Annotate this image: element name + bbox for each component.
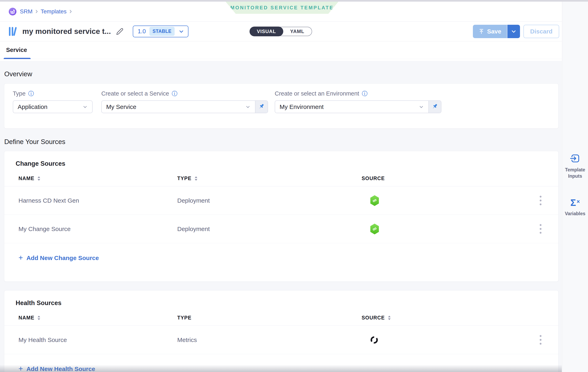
define-sources-heading: Define Your Sources [4, 138, 562, 146]
service-label: Create or select a Service [101, 90, 169, 97]
header-actions: Save Discard [473, 25, 559, 38]
right-rail: Template Inputs Σ× Variables [562, 2, 588, 372]
breadcrumb-link-templates[interactable]: Templates [41, 8, 67, 15]
table-row[interactable]: Harness CD Next Gen Deployment ∞ [4, 186, 558, 215]
chevron-right-icon: › [69, 8, 72, 16]
service-field: Create or select a Service ⓘ My Service [101, 90, 268, 122]
change-sources-title: Change Sources [16, 160, 558, 167]
column-header-name[interactable]: NAME [19, 175, 177, 181]
row-menu-button[interactable] [535, 222, 546, 236]
sort-icon [37, 315, 41, 320]
change-source-type: Deployment [177, 226, 362, 232]
environment-select[interactable]: My Environment [275, 101, 428, 113]
version-status-badge: STABLE [149, 27, 174, 36]
change-sources-header: NAME TYPE SOURCE [4, 175, 558, 186]
variables-button[interactable]: Σ× Variables [562, 197, 588, 217]
harness-cd-icon: ∞ [362, 223, 534, 235]
change-source-type: Deployment [177, 197, 362, 204]
type-label: Type [13, 90, 26, 97]
variables-icon: Σ× [570, 197, 580, 207]
column-header-name[interactable]: NAME [19, 315, 177, 321]
sort-icon [37, 176, 41, 181]
srm-logo-icon [9, 8, 17, 16]
pin-environment-button[interactable] [428, 101, 441, 113]
save-button[interactable]: Save [473, 25, 507, 38]
service-tab-content: Overview Type ⓘ Application [0, 61, 562, 372]
change-source-name: Harness CD Next Gen [19, 197, 177, 204]
sort-icon [388, 315, 391, 320]
overview-heading: Overview [4, 70, 562, 78]
pin-service-button[interactable] [255, 101, 268, 113]
harness-cd-icon: ∞ [362, 195, 534, 206]
tab-bar: Service [0, 41, 562, 59]
template-inputs-icon [570, 153, 580, 163]
page-title: my monitored service t... [22, 27, 111, 36]
chevron-right-icon: › [35, 8, 38, 16]
active-tab-underline [4, 58, 31, 59]
main-column: MONITORED SERVICE TEMPLATE SRM › Templat… [0, 2, 562, 372]
add-new-change-source-button[interactable]: + Add New Change Source [19, 254, 99, 262]
info-icon[interactable]: ⓘ [172, 91, 178, 97]
info-icon[interactable]: ⓘ [28, 91, 34, 97]
tab-visual[interactable]: VISUAL [250, 27, 283, 36]
plus-icon: + [19, 365, 23, 372]
environment-label: Create or select an Environment [275, 90, 359, 97]
health-sources-title: Health Sources [16, 299, 558, 307]
column-header-source[interactable]: SOURCE [362, 315, 534, 321]
edit-title-button[interactable] [116, 28, 124, 35]
visual-yaml-toggle: VISUAL YAML [250, 27, 312, 36]
column-header-type[interactable]: TYPE [177, 175, 362, 181]
breadcrumb-link-srm[interactable]: SRM [20, 8, 32, 15]
change-sources-card: Change Sources NAME TYPE SOURCE [4, 151, 558, 282]
page-header: my monitored service t... 1.0 STABLE VIS… [0, 21, 562, 41]
app-window: MONITORED SERVICE TEMPLATE SRM › Templat… [0, 0, 588, 372]
column-header-source: SOURCE [362, 175, 534, 181]
health-sources-card: Health Sources NAME TYPE SOURCE [4, 290, 558, 372]
chevron-down-icon [419, 104, 424, 110]
pushpin-icon [431, 103, 438, 110]
add-new-health-source-button[interactable]: + Add New Health Source [19, 365, 95, 372]
plus-icon: + [19, 254, 23, 262]
upload-icon [479, 29, 484, 34]
discard-button[interactable]: Discard [524, 25, 559, 38]
chevron-down-icon [511, 28, 517, 34]
tab-service[interactable]: Service [6, 47, 27, 53]
window-top-edge [0, 0, 588, 2]
monitored-service-template-badge: MONITORED SERVICE TEMPLATE [226, 2, 338, 14]
column-header-type: TYPE [177, 315, 362, 321]
overview-card: Type ⓘ Application Create or select a Se… [4, 83, 558, 129]
save-options-button[interactable] [507, 25, 520, 38]
pushpin-icon [258, 103, 265, 110]
chevron-down-icon [83, 104, 88, 110]
table-row[interactable]: My Health Source Metrics [4, 326, 558, 354]
health-source-name: My Health Source [19, 336, 177, 343]
environment-field: Create or select an Environment ⓘ My Env… [275, 90, 441, 122]
chevron-down-icon [178, 28, 184, 34]
row-menu-button[interactable] [535, 333, 546, 347]
row-menu-button[interactable] [535, 193, 546, 208]
version-number: 1.0 [138, 28, 146, 35]
version-selector[interactable]: 1.0 STABLE [133, 26, 189, 37]
table-row[interactable]: My Change Source Deployment ∞ [4, 215, 558, 243]
sort-icon [194, 176, 198, 181]
type-field: Type ⓘ Application [13, 90, 93, 122]
health-sources-header: NAME TYPE SOURCE [4, 315, 558, 326]
template-inputs-button[interactable]: Template Inputs [562, 153, 588, 179]
tab-yaml[interactable]: YAML [283, 29, 312, 34]
info-icon[interactable]: ⓘ [362, 91, 368, 97]
service-select[interactable]: My Service [102, 101, 255, 113]
type-select[interactable]: Application [13, 101, 93, 113]
template-library-icon [8, 26, 19, 37]
health-source-type: Metrics [177, 336, 362, 343]
chevron-down-icon [245, 104, 251, 110]
change-source-name: My Change Source [19, 226, 177, 232]
appdynamics-icon [362, 335, 534, 344]
